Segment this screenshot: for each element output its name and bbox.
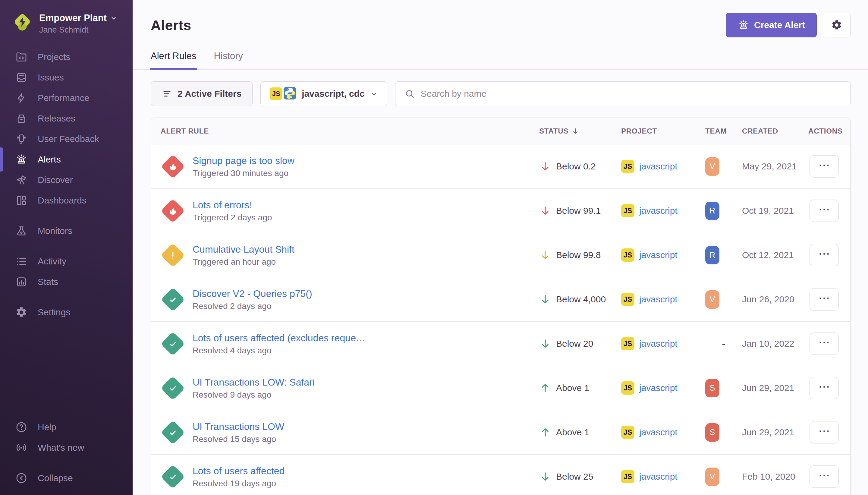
column-actions: Actions [808, 127, 850, 135]
alerts-icon [15, 153, 28, 166]
sidebar-item-releases[interactable]: Releases [0, 108, 133, 129]
team-avatar: S [705, 423, 719, 442]
alert-rule-link[interactable]: Lots of users affected [193, 465, 284, 477]
status-arrow-icon [539, 471, 551, 483]
javascript-platform-icon: JS [621, 293, 635, 306]
alert-severity-icon [161, 287, 185, 311]
sidebar-item-user-feedback[interactable]: User Feedback [0, 129, 133, 149]
alert-rule-link[interactable]: UI Transactions LOW [193, 421, 284, 432]
tab-bar: Alert Rules History [151, 51, 851, 69]
created-date: Oct 12, 2021 [742, 250, 808, 260]
search-input[interactable] [421, 89, 841, 99]
column-status[interactable]: Status [539, 127, 621, 135]
table-header-row: Alert Rule Status Project Team Created A… [151, 118, 850, 144]
sidebar-item-monitors[interactable]: Monitors [0, 221, 133, 241]
project-link[interactable]: javascript [639, 472, 678, 482]
row-actions-button[interactable]: ⋯ [810, 377, 839, 399]
alert-rule-link[interactable]: Lots of users affected (excludes reque… [193, 332, 366, 344]
sidebar-item-activity[interactable]: Activity [0, 251, 133, 272]
chevron-down-icon [110, 15, 117, 21]
sidebar-item-discover[interactable]: Discover [0, 170, 133, 190]
project-link[interactable]: javascript [639, 294, 678, 305]
alert-rule-subtitle: Resolved 9 days ago [193, 390, 315, 400]
alert-rule-link[interactable]: UI Transactions LOW: Safari [193, 376, 315, 388]
row-actions-button[interactable]: ⋯ [810, 155, 839, 177]
sidebar-item-whats-new[interactable]: What's new [0, 438, 133, 458]
sidebar-item-issues[interactable]: Issues [0, 67, 133, 88]
sidebar-item-stats[interactable]: Stats [0, 272, 133, 292]
sidebar-item-collapse[interactable]: Collapse [0, 468, 133, 488]
status-arrow-icon [539, 205, 551, 217]
project-link[interactable]: javascript [639, 206, 678, 216]
project-selector-label: javascript, cdc [302, 89, 364, 99]
tab-history[interactable]: History [214, 51, 243, 69]
projects-icon [15, 51, 28, 63]
alert-rule-link[interactable]: Lots of errors! [193, 199, 272, 211]
create-alert-button[interactable]: Create Alert [726, 13, 817, 37]
active-filters-button[interactable]: 2 Active Filters [151, 81, 253, 106]
page-header: Alerts Create Alert Alert Rules History [133, 0, 868, 70]
status-arrow-icon [539, 160, 551, 172]
row-actions-button[interactable]: ⋯ [810, 288, 839, 310]
tab-alert-rules[interactable]: Alert Rules [151, 51, 196, 69]
settings-icon [15, 306, 28, 318]
alert-rule-link[interactable]: Signup page is too slow [193, 155, 294, 167]
team-avatar: R [705, 246, 719, 264]
alerts-content: 2 Active Filters JS javascript, cdc Aler… [133, 70, 868, 495]
project-link[interactable]: javascript [639, 383, 678, 393]
discover-icon [15, 174, 28, 186]
alert-severity-icon [161, 199, 185, 223]
status-arrow-icon [539, 382, 551, 394]
sidebar-item-alerts[interactable]: Alerts [0, 149, 133, 170]
team-avatar: R [705, 202, 719, 220]
row-actions-button[interactable]: ⋯ [810, 200, 839, 222]
alert-rule-link[interactable]: Discover V2 - Queries p75() [193, 288, 312, 300]
project-link[interactable]: javascript [639, 427, 678, 438]
main-content: Alerts Create Alert Alert Rules History [133, 0, 868, 495]
collapse-icon [15, 472, 28, 484]
project-link[interactable]: javascript [639, 250, 678, 260]
created-date: May 29, 2021 [742, 161, 808, 172]
row-actions-button[interactable]: ⋯ [810, 421, 839, 443]
project-link[interactable]: javascript [639, 161, 678, 172]
alert-severity-icon [161, 331, 185, 356]
sidebar-item-performance[interactable]: Performance [0, 88, 133, 108]
project-link[interactable]: javascript [639, 339, 678, 349]
sidebar-item-dashboards[interactable]: Dashboards [0, 190, 133, 211]
sidebar-item-settings[interactable]: Settings [0, 302, 133, 323]
alert-rule-subtitle: Resolved 4 days ago [193, 345, 366, 356]
status-value: Below 99.8 [556, 250, 601, 260]
alert-rules-table: Alert Rule Status Project Team Created A… [151, 118, 851, 495]
status-value: Below 20 [556, 339, 593, 349]
alert-rule-subtitle: Resolved 19 days ago [193, 478, 284, 489]
gear-icon [831, 19, 843, 31]
row-actions-button[interactable]: ⋯ [810, 465, 839, 488]
sort-desc-icon [571, 127, 579, 135]
filter-bar: 2 Active Filters JS javascript, cdc [151, 81, 851, 106]
table-row: Lots of errors! Triggered 2 days ago Bel… [151, 189, 850, 233]
status-value: Below 99.1 [556, 206, 601, 216]
performance-icon [15, 92, 28, 104]
project-selector[interactable]: JS javascript, cdc [260, 81, 387, 106]
row-actions-button[interactable]: ⋯ [810, 244, 839, 266]
row-actions-button[interactable]: ⋯ [810, 332, 839, 355]
sidebar: Empower Plant Jane Schmidt Projects Issu… [0, 0, 133, 495]
alert-table-body: Signup page is too slow Triggered 30 min… [151, 144, 850, 495]
python-platform-icon [283, 87, 296, 101]
javascript-platform-icon: JS [621, 249, 635, 262]
sidebar-item-projects[interactable]: Projects [0, 47, 133, 67]
status-arrow-icon [539, 426, 551, 438]
org-logo-icon [13, 12, 32, 31]
filter-lines-icon [162, 89, 172, 99]
monitors-icon [15, 225, 28, 237]
sidebar-item-help[interactable]: Help [0, 417, 133, 438]
page-title: Alerts [151, 17, 191, 33]
issues-icon [15, 71, 28, 84]
stats-icon [15, 276, 28, 288]
table-row: Cumulative Layout Shift Triggered an hou… [151, 233, 850, 277]
org-switcher[interactable]: Empower Plant Jane Schmidt [0, 0, 133, 35]
user-name: Jane Schmidt [39, 25, 117, 35]
alert-settings-button[interactable] [823, 13, 851, 37]
alert-rule-link[interactable]: Cumulative Layout Shift [193, 243, 294, 255]
status-value: Below 0.2 [556, 161, 596, 172]
